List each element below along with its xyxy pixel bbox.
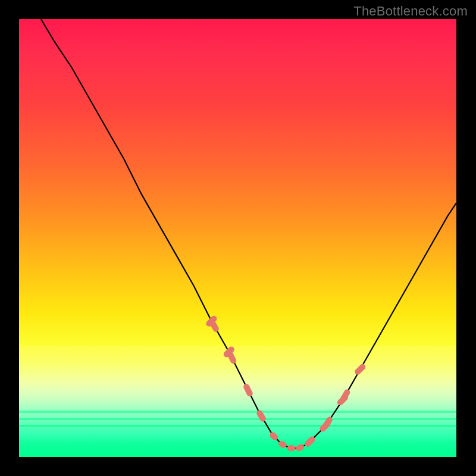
svg-line-3: [259, 413, 263, 418]
bottleneck-curve: [0, 0, 476, 476]
svg-line-5: [281, 444, 284, 445]
svg-line-11: [209, 319, 214, 324]
svg-line-2: [246, 387, 250, 393]
chart-frame: TheBottleneck.com: [0, 0, 476, 476]
svg-line-15: [358, 367, 362, 372]
svg-line-4: [273, 435, 275, 437]
svg-line-7: [299, 447, 301, 448]
svg-line-12: [227, 349, 231, 354]
svg-line-8: [308, 440, 312, 444]
watermark-text: TheBottleneck.com: [353, 4, 468, 19]
svg-line-13: [323, 424, 328, 429]
svg-line-14: [340, 397, 345, 402]
